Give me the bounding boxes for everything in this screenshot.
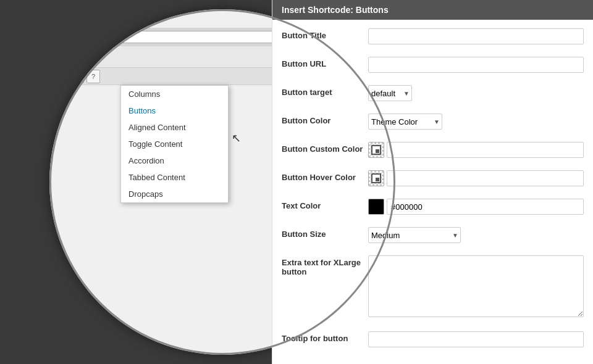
text-color-swatch[interactable] [368,199,384,215]
extra-text-label: Extra text for XLarge button [282,255,368,276]
text-color-input[interactable] [387,199,584,215]
shortcode-dropdown-menu: Columns Buttons Aligned Content Toggle C… [120,85,229,203]
toolbar-btn-grid[interactable]: ⊞ [54,50,68,64]
button-color-row: Button Color Theme Color Custom Color ▼ [282,111,584,132]
nav-forward-btn[interactable]: ▶ [70,70,84,83]
insert-btn-spacer [282,360,368,362]
button-size-label: Button Size [282,227,368,239]
form-panel: Insert Shortcode: Buttons Button Title B… [272,0,593,364]
button-target-control: default _blank _self _parent _top ▼ [368,85,584,101]
text-color-picker [368,199,584,215]
custom-color-swatch[interactable] [368,142,384,158]
button-color-select-wrap: Theme Color Custom Color ▼ [368,114,442,130]
button-color-select[interactable]: Theme Color Custom Color [368,114,442,130]
menu-item-toggle-content[interactable]: Toggle Content [121,136,228,152]
nav-help-btn[interactable]: ? [86,70,100,83]
button-hover-color-label: Button Hover Color [282,170,368,182]
menu-item-columns[interactable]: Columns [121,86,228,102]
button-target-select-wrap: default _blank _self _parent _top ▼ [368,85,412,101]
tooltip-label: Tooltip for button [282,331,368,343]
button-target-row: Button target default _blank _self _pare… [282,83,584,104]
button-custom-color-row: Button Custom Color [282,139,584,160]
tooltip-input[interactable] [368,331,584,347]
button-size-control: Small Medium Large XLarge ▼ [368,227,584,243]
text-color-row: Text Color [282,196,584,217]
button-custom-color-label: Button Custom Color [282,142,368,154]
menu-item-tabbed-content[interactable]: Tabbed Content [121,169,228,186]
form-header: Insert Shortcode: Buttons [272,0,593,20]
button-target-label: Button target [282,85,368,97]
button-hover-color-control [368,170,584,186]
menu-item-dropcaps[interactable]: Dropcaps [121,186,228,202]
text-color-control [368,199,584,215]
custom-color-picker [368,142,584,158]
button-url-row: Button URL [282,54,584,75]
tooltip-row: Tooltip for button [282,329,584,350]
button-custom-color-control [368,142,584,158]
button-size-row: Button Size Small Medium Large XLarge ▼ [282,225,584,246]
toolbar-btn-add[interactable]: + [86,50,100,64]
nav-back-btn[interactable]: ◀ [54,70,68,83]
tooltip-control [368,331,584,347]
extra-text-control [368,255,584,319]
button-color-label: Button Color [282,114,368,125]
custom-color-input[interactable] [387,142,584,158]
button-target-select[interactable]: default _blank _self _parent _top [368,85,412,101]
text-color-label: Text Color [282,199,368,210]
button-title-control [368,28,584,44]
toolbar-btn-layout[interactable]: ⊟ [70,50,84,64]
button-color-control: Theme Color Custom Color ▼ [368,114,584,130]
button-hover-color-row: Button Hover Color [282,168,584,189]
form-body: Button Title Button URL Button target de… [272,20,593,364]
hover-color-swatch[interactable] [368,170,384,186]
extra-text-textarea[interactable] [368,255,584,317]
button-title-row: Button Title [282,26,584,47]
button-url-control [368,57,584,73]
form-title: Insert Shortcode: Buttons [282,5,389,15]
button-url-input[interactable] [368,57,584,73]
insert-btn-row: Insert Shortcode [282,357,584,364]
button-size-select[interactable]: Small Medium Large XLarge [368,227,461,243]
hover-color-picker [368,170,584,186]
hover-color-input[interactable] [387,170,584,186]
button-title-label: Button Title [282,28,368,40]
menu-item-buttons[interactable]: Buttons [121,102,228,119]
insert-btn-control: Insert Shortcode [368,360,584,364]
menu-item-aligned-content[interactable]: Aligned Content [121,119,228,136]
button-url-label: Button URL [282,57,368,68]
button-title-input[interactable] [368,28,584,44]
menu-item-accordion[interactable]: Accordion [121,152,228,169]
extra-text-row: Extra text for XLarge button [282,253,584,321]
button-size-select-wrap: Small Medium Large XLarge ▼ [368,227,461,243]
